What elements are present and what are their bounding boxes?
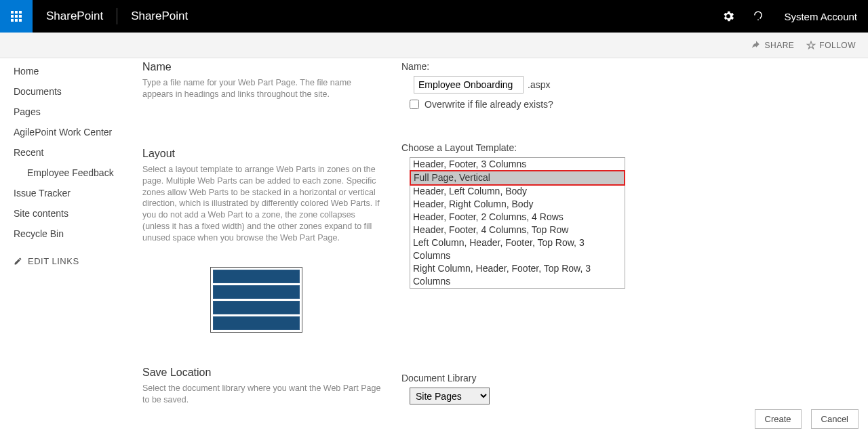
fields-column: Name: .aspx Overwrite if file already ex… [401,61,868,433]
form-content: Name Type a file name for your Web Part … [142,58,868,433]
overwrite-label: Overwrite if file already exists? [425,99,553,110]
nav-agilepoint[interactable]: AgilePoint Work Center [0,122,142,142]
nav-site-contents[interactable]: Site contents [0,203,142,224]
descriptions-column: Name Type a file name for your Web Part … [142,61,401,433]
app-launcher-button[interactable] [0,0,33,33]
share-icon [751,41,761,50]
brand-title-2[interactable]: SharePoint [117,9,201,23]
section-name-title: Name [142,61,384,73]
follow-button[interactable]: FOLLOW [806,41,856,50]
nav-documents[interactable]: Documents [0,81,142,102]
button-row: Create Cancel [755,409,859,429]
layout-option[interactable]: Header, Footer, 3 Columns [410,158,625,171]
gear-icon [722,9,735,23]
nav-issue-tracker[interactable]: Issue Tracker [0,183,142,203]
name-input[interactable] [414,76,524,93]
edit-links-label: EDIT LINKS [28,256,79,266]
left-nav: Home Documents Pages AgilePoint Work Cen… [0,58,142,433]
action-ribbon: SHARE FOLLOW [0,33,868,58]
layout-option[interactable]: Header, Right Column, Body [410,198,625,211]
section-layout-text: Select a layout template to arrange Web … [142,164,384,244]
layout-option-selected[interactable]: Full Page, Vertical [411,171,624,184]
section-layout-title: Layout [142,148,384,160]
nav-recycle-bin[interactable]: Recycle Bin [0,224,142,244]
settings-button[interactable] [713,0,743,33]
main-content: Home Documents Pages AgilePoint Work Cen… [0,58,868,433]
share-button[interactable]: SHARE [751,41,794,50]
section-save-title: Save Location [142,367,384,379]
section-layout-desc: Layout Select a layout template to arran… [142,148,384,333]
overwrite-checkbox[interactable] [410,100,419,109]
nav-employee-feedback[interactable]: Employee Feedback [0,163,142,183]
help-button[interactable] [743,0,773,33]
name-label: Name: [401,61,868,72]
layout-option[interactable]: Header, Footer, 4 Columns, Top Row [410,224,625,236]
help-icon [752,10,764,22]
name-field-group: Name: .aspx Overwrite if file already ex… [401,61,868,110]
doclib-label: Document Library [401,373,868,383]
layout-field-group: Choose a Layout Template: Header, Footer… [401,142,868,289]
section-save-text: Select the document library where you wa… [142,383,384,406]
star-icon [806,41,816,50]
nav-home[interactable]: Home [0,61,142,81]
nav-recent[interactable]: Recent [0,142,142,163]
cancel-button[interactable]: Cancel [811,409,859,429]
follow-label: FOLLOW [819,41,856,50]
layout-option[interactable]: Header, Left Column, Body [410,185,625,198]
nav-pages[interactable]: Pages [0,102,142,122]
share-label: SHARE [764,41,794,50]
doclib-field-group: Document Library Site Pages [401,373,868,404]
layout-preview [210,267,302,333]
create-button[interactable]: Create [755,409,802,429]
section-name-desc: Name Type a file name for your Web Part … [142,61,384,100]
brand-title-1[interactable]: SharePoint [33,9,117,23]
edit-links-button[interactable]: EDIT LINKS [0,244,142,266]
layout-option[interactable]: Left Column, Header, Footer, Top Row, 3 … [410,236,625,262]
layout-option[interactable]: Header, Footer, 2 Columns, 4 Rows [410,211,625,224]
section-save-desc: Save Location Select the document librar… [142,367,384,406]
pencil-icon [14,257,22,266]
section-name-text: Type a file name for your Web Part Page.… [142,77,384,100]
account-name[interactable]: System Account [773,11,868,22]
layout-label: Choose a Layout Template: [401,142,868,153]
waffle-icon [11,11,22,22]
doclib-select[interactable]: Site Pages [410,388,490,404]
top-bar: SharePoint SharePoint System Account [0,0,868,33]
layout-template-list[interactable]: Header, Footer, 3 Columns Full Page, Ver… [410,157,625,289]
layout-option[interactable]: Right Column, Header, Footer, Top Row, 3… [410,262,625,288]
extension-label: .aspx [528,79,550,90]
